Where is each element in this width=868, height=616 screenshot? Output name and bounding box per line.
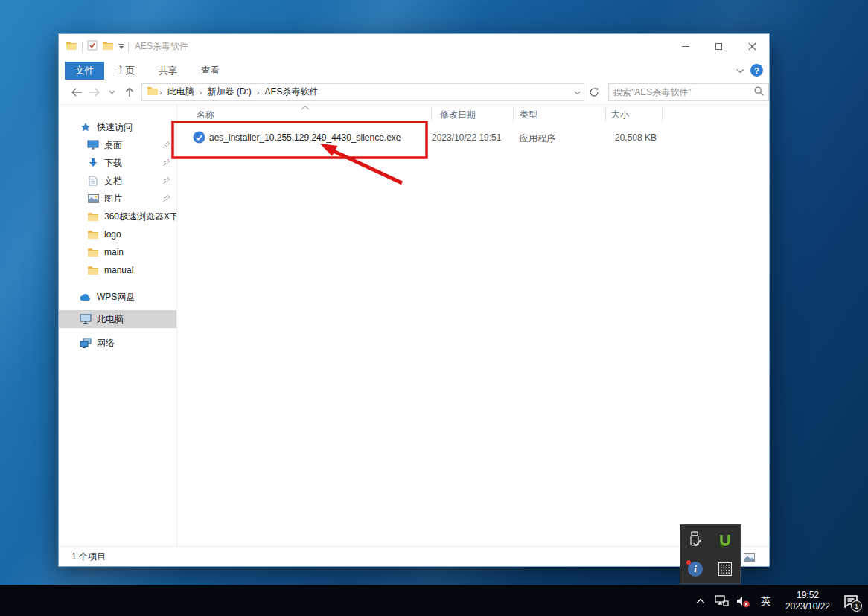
sidebar-item-wps-cloud[interactable]: WPS网盘 bbox=[59, 288, 176, 306]
network-tray-icon[interactable] bbox=[713, 585, 731, 616]
up-icon[interactable] bbox=[121, 83, 138, 101]
system-tray: 英 19:52 2023/10/22 1 bbox=[692, 585, 862, 616]
refresh-icon[interactable] bbox=[584, 83, 604, 101]
folder-icon bbox=[87, 211, 99, 222]
forward-icon[interactable] bbox=[86, 83, 103, 101]
star-icon bbox=[80, 121, 92, 133]
pin-icon bbox=[163, 176, 170, 186]
search-input[interactable] bbox=[613, 87, 754, 97]
help-icon[interactable]: ? bbox=[750, 64, 763, 77]
action-center-icon[interactable]: 1 bbox=[840, 585, 862, 616]
address-dropdown-icon[interactable] bbox=[574, 87, 581, 97]
column-header-type[interactable]: 类型 bbox=[520, 109, 537, 121]
column-header-date[interactable]: 修改日期 bbox=[440, 109, 476, 121]
grid-app-icon[interactable] bbox=[710, 554, 740, 583]
sidebar-item-label: WPS网盘 bbox=[97, 291, 176, 304]
sidebar-item-pictures[interactable]: 图片 bbox=[59, 190, 176, 208]
folder-icon[interactable] bbox=[102, 40, 114, 53]
file-row[interactable]: aes_installer_10.255.129.249_4430_silenc… bbox=[177, 128, 769, 148]
clock-date: 2023/10/22 bbox=[785, 601, 830, 612]
pin-icon bbox=[163, 158, 170, 168]
clock-time: 19:52 bbox=[785, 590, 830, 601]
this-pc-icon bbox=[80, 313, 92, 325]
column-separator[interactable] bbox=[662, 108, 663, 121]
ime-indicator[interactable]: 英 bbox=[756, 594, 776, 608]
checkbox-icon[interactable] bbox=[87, 40, 98, 53]
close-icon bbox=[748, 42, 756, 51]
address-bar[interactable]: › 此电脑 › 新加卷 (D:) › AES杀毒软件 bbox=[141, 83, 584, 101]
taskbar-clock[interactable]: 19:52 2023/10/22 bbox=[779, 590, 836, 612]
sidebar-item-logo[interactable]: logo bbox=[59, 225, 176, 243]
sidebar-item-label: 下载 bbox=[104, 157, 163, 170]
sidebar-item-label: 文档 bbox=[104, 175, 163, 187]
file-size: 20,508 KB bbox=[605, 132, 657, 143]
sidebar-item-main[interactable]: main bbox=[59, 243, 176, 261]
main-area: 快速访问 桌面 下载 bbox=[59, 105, 769, 546]
thumbnail-view-icon[interactable] bbox=[743, 551, 756, 563]
network-icon bbox=[80, 337, 92, 349]
taskbar[interactable]: 英 19:52 2023/10/22 1 bbox=[0, 585, 868, 616]
quick-access-toolbar bbox=[59, 40, 129, 53]
explorer-window: AES杀毒软件 文件 主页 共享 查看 ? bbox=[58, 33, 770, 567]
separator bbox=[128, 42, 129, 52]
ribbon-collapse-icon[interactable] bbox=[736, 65, 744, 76]
column-header-name[interactable]: 名称 bbox=[197, 109, 214, 121]
navigation-pane: 快速访问 桌面 下载 bbox=[59, 105, 177, 546]
window-title: AES杀毒软件 bbox=[135, 40, 668, 53]
sidebar-item-downloads[interactable]: 下载 bbox=[59, 154, 176, 172]
file-list: 名称 修改日期 类型 大小 aes_installer_10.255.129.2… bbox=[177, 105, 769, 546]
sidebar-item-this-pc[interactable]: 此电脑 bbox=[59, 310, 176, 328]
pin-icon bbox=[163, 140, 170, 150]
sidebar-item-manual[interactable]: manual bbox=[59, 261, 176, 279]
ribbon-tab-bar: 文件 主页 共享 查看 ? bbox=[59, 59, 769, 80]
file-date: 2023/10/22 19:51 bbox=[432, 132, 501, 143]
sidebar-item-label: 快速访问 bbox=[97, 121, 176, 134]
sidebar-item-label: 桌面 bbox=[104, 139, 163, 152]
pin-icon bbox=[163, 193, 170, 204]
folder-icon bbox=[87, 246, 99, 258]
sidebar-item-network[interactable]: 网络 bbox=[59, 334, 176, 352]
item-count: 1 个项目 bbox=[71, 551, 106, 563]
sidebar-item-label: 此电脑 bbox=[97, 313, 176, 326]
breadcrumb-this-pc[interactable]: 此电脑 bbox=[163, 86, 199, 98]
tab-share[interactable]: 共享 bbox=[147, 62, 189, 80]
info-icon[interactable]: i bbox=[680, 554, 710, 583]
folder-icon bbox=[87, 264, 99, 276]
tab-view[interactable]: 查看 bbox=[189, 62, 232, 80]
maximize-button[interactable] bbox=[702, 34, 735, 59]
sidebar-item-documents[interactable]: 文档 bbox=[59, 172, 176, 190]
column-separator[interactable] bbox=[431, 108, 432, 121]
pictures-icon bbox=[87, 193, 99, 205]
sidebar-item-quick-access[interactable]: 快速访问 bbox=[59, 118, 176, 136]
shield-check-file-icon bbox=[193, 131, 205, 146]
search-box[interactable] bbox=[608, 83, 769, 101]
cloud-icon bbox=[80, 291, 92, 303]
column-separator[interactable] bbox=[513, 108, 514, 121]
close-button[interactable] bbox=[735, 34, 769, 59]
document-icon bbox=[87, 175, 99, 187]
column-separator[interactable] bbox=[605, 108, 606, 121]
desktop-icon bbox=[87, 139, 99, 151]
breadcrumb-current-folder[interactable]: AES杀毒软件 bbox=[260, 86, 322, 98]
sort-ascending-icon bbox=[300, 105, 310, 110]
alert-dot bbox=[686, 560, 691, 565]
tray-chevron-icon[interactable] bbox=[692, 585, 709, 616]
tab-file[interactable]: 文件 bbox=[65, 62, 104, 80]
history-dropdown-icon[interactable] bbox=[103, 83, 121, 101]
breadcrumb-folder-icon bbox=[147, 86, 159, 98]
back-icon[interactable] bbox=[68, 83, 86, 101]
minimize-button[interactable] bbox=[668, 34, 702, 59]
search-icon[interactable] bbox=[754, 86, 764, 98]
green-app-icon[interactable] bbox=[710, 525, 740, 554]
breadcrumb-drive-d[interactable]: 新加卷 (D:) bbox=[202, 86, 255, 98]
column-header-size[interactable]: 大小 bbox=[611, 109, 629, 121]
tab-home[interactable]: 主页 bbox=[104, 62, 147, 80]
usb-eject-icon[interactable] bbox=[680, 525, 710, 554]
file-name[interactable]: aes_installer_10.255.129.249_4430_silenc… bbox=[209, 132, 401, 143]
desktop: AES杀毒软件 文件 主页 共享 查看 ? bbox=[0, 0, 868, 616]
sidebar-item-360-browser-downloads[interactable]: 360极速浏览器X下载 bbox=[59, 208, 176, 225]
sidebar-item-label: manual bbox=[104, 265, 176, 275]
volume-muted-icon[interactable] bbox=[735, 585, 753, 616]
sidebar-item-desktop[interactable]: 桌面 bbox=[59, 136, 176, 154]
qat-dropdown-icon[interactable] bbox=[118, 44, 124, 49]
